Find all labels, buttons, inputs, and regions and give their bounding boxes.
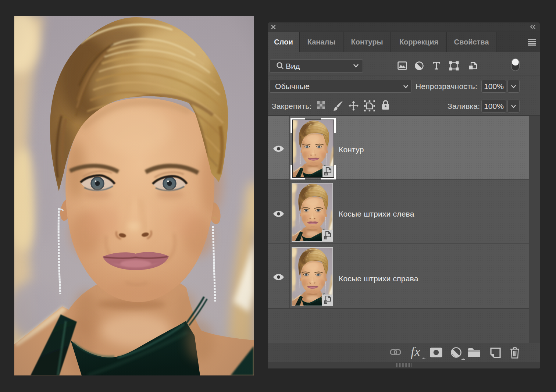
svg-text:fx: fx	[411, 346, 420, 359]
